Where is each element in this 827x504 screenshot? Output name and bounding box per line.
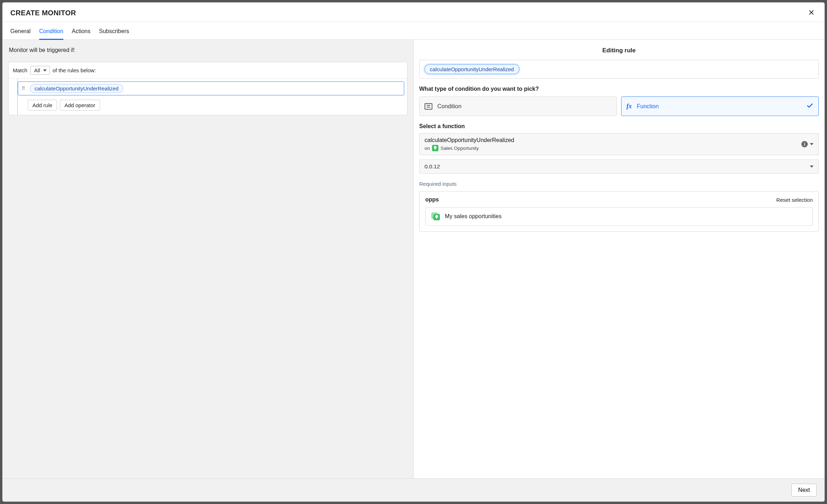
drag-handle-icon[interactable]: ⠿: [21, 86, 26, 91]
rule-row[interactable]: ⠿ calculateOpportunityUnderRealized: [18, 82, 404, 95]
tab-condition[interactable]: Condition: [39, 25, 63, 40]
tabs: General Condition Actions Subscribers: [2, 22, 825, 40]
condition-type-function-label: Function: [637, 103, 659, 110]
required-inputs-label: Required inputs: [419, 181, 819, 187]
reset-selection-link[interactable]: Reset selection: [776, 197, 813, 203]
editing-rule-chip[interactable]: calculateOpportunityUnderRealized: [425, 64, 519, 74]
required-input-value: My sales opportunities: [445, 213, 501, 220]
rules-body: ⠿ calculateOpportunityUnderRealized Add …: [17, 79, 407, 115]
chevron-down-icon: [810, 166, 813, 168]
version-value: 0.0.12: [425, 163, 440, 170]
chevron-down-icon[interactable]: [810, 143, 813, 145]
rules-match-row: Match All of the rules below:: [9, 62, 407, 79]
editing-rule-box: calculateOpportunityUnderRealized: [419, 60, 819, 79]
next-button[interactable]: Next: [791, 484, 817, 497]
match-suffix: of the rules below:: [53, 67, 96, 73]
rule-buttons: Add rule Add operator: [28, 100, 404, 111]
modal-header: CREATE MONITOR ✕: [2, 2, 825, 22]
trigger-note: Monitor will be triggered if:: [8, 47, 407, 53]
condition-type-condition[interactable]: Condition: [419, 96, 617, 116]
chevron-down-icon: [43, 69, 47, 72]
required-input-block: opps Reset selection My sales opportunit…: [419, 191, 819, 232]
condition-type-row: Condition fx Function: [419, 96, 819, 116]
modal-footer: Next: [2, 479, 825, 502]
close-icon[interactable]: ✕: [806, 7, 817, 18]
lightbulb-stack-icon: [431, 212, 440, 220]
rule-chip[interactable]: calculateOpportunityUnderRealized: [30, 84, 123, 93]
function-on-prefix: on: [425, 146, 430, 151]
rules-box: Match All of the rules below: ⠿ calculat…: [8, 62, 407, 115]
tab-subscribers[interactable]: Subscribers: [99, 25, 129, 40]
condition-type-condition-label: Condition: [437, 103, 462, 110]
required-input-selection[interactable]: My sales opportunities: [425, 207, 813, 226]
condition-type-question: What type of condition do you want to pi…: [419, 86, 819, 92]
rule-editor-panel: Editing rule calculateOpportunityUnderRe…: [414, 40, 825, 478]
tab-general[interactable]: General: [10, 25, 31, 40]
selected-function-box[interactable]: calculateOpportunityUnderRealized on Sal…: [419, 133, 819, 155]
editing-rule-title: Editing rule: [419, 47, 819, 54]
condition-builder-panel: Monitor will be triggered if: Match All …: [2, 40, 414, 478]
match-select-value: All: [34, 67, 40, 73]
add-operator-button[interactable]: Add operator: [60, 100, 100, 111]
add-rule-button[interactable]: Add rule: [28, 100, 57, 111]
match-label: Match: [13, 67, 27, 73]
modal-title: CREATE MONITOR: [10, 9, 76, 17]
version-select[interactable]: 0.0.12: [419, 159, 819, 174]
function-on-target: Sales Opportunity: [441, 146, 479, 151]
check-icon: [806, 102, 813, 111]
condition-icon: [425, 103, 432, 110]
info-icon[interactable]: i: [801, 141, 808, 147]
condition-type-function[interactable]: fx Function: [621, 96, 819, 116]
function-icon: fx: [626, 103, 632, 110]
create-monitor-modal: CREATE MONITOR ✕ General Condition Actio…: [2, 2, 825, 502]
lightbulb-icon: [432, 145, 438, 151]
selected-function-target: on Sales Opportunity: [425, 145, 514, 151]
tab-actions[interactable]: Actions: [72, 25, 90, 40]
required-input-name: opps: [425, 196, 439, 203]
selected-function-name: calculateOpportunityUnderRealized: [425, 137, 514, 143]
modal-body: Monitor will be triggered if: Match All …: [2, 40, 825, 479]
select-function-label: Select a function: [419, 123, 819, 130]
match-select[interactable]: All: [30, 66, 50, 75]
